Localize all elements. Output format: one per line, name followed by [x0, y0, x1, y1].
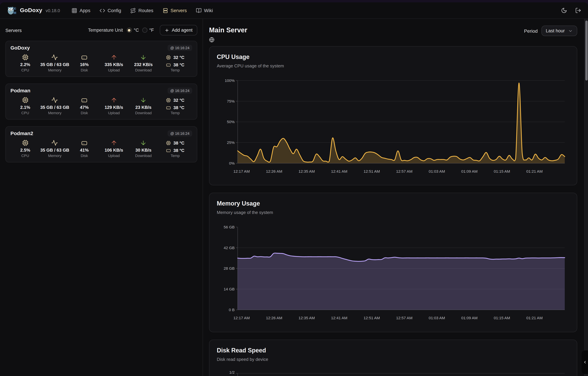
- svg-text:01:03 AM: 01:03 AM: [429, 169, 445, 174]
- arrow-up-icon: [110, 54, 117, 61]
- svg-text:50%: 50%: [227, 120, 235, 124]
- main-panel: Main Server Period Last hour: [203, 19, 588, 376]
- brand-name: GoDoxy: [20, 7, 42, 14]
- chart-subtitle: Average CPU usage of the system: [217, 63, 569, 69]
- server-card-list: GoDoxy @ 16:16:24 2.2% CPU 35 GB: [0, 41, 203, 162]
- cpu-chip-icon: [166, 140, 171, 145]
- hard-drive-icon: [166, 105, 171, 110]
- upload-stat: 129 KB/s Upload: [99, 97, 129, 115]
- server-name: GoDoxy: [11, 44, 30, 51]
- chart-title: Memory Usage: [217, 200, 569, 208]
- cpu-stat: 2.2% CPU: [11, 54, 40, 73]
- disk-read-speed-card: Disk Read Speed Disk read speed by devic…: [209, 340, 577, 376]
- hard-drive-icon: [81, 139, 88, 146]
- activity-icon: [51, 54, 58, 61]
- server-card-podman[interactable]: Podman @ 16:16:24 2.1% CPU 35 GB: [5, 84, 197, 120]
- nav-item-wiki[interactable]: Wiki: [196, 8, 213, 13]
- scrollbar-thumb[interactable]: [585, 21, 588, 81]
- main-header: Main Server Period Last hour: [209, 26, 577, 42]
- servers-panel-header: Servers Temperature Unit °C °F A: [0, 25, 203, 35]
- nav-item-apps[interactable]: Apps: [72, 8, 90, 13]
- svg-text:12:51 AM: 12:51 AM: [364, 316, 380, 320]
- temp-stat: 32 °C 38 °C Temp: [158, 97, 192, 115]
- disk-stat: 41% Disk: [70, 139, 99, 158]
- add-agent-button[interactable]: Add agent: [160, 25, 197, 35]
- activity-icon: [51, 97, 58, 104]
- timestamp-badge: @ 16:16:24: [168, 130, 192, 136]
- upload-stat: 335 KB/s Upload: [99, 54, 129, 73]
- godoxy-app: GoDoxy v0.18.0 Apps Config: [0, 0, 588, 376]
- period-group: Period Last hour: [524, 26, 577, 36]
- svg-text:12:17 AM: 12:17 AM: [234, 316, 250, 320]
- brand-version: v0.18.0: [46, 8, 60, 13]
- disk-stat: 16% Disk: [70, 54, 99, 73]
- svg-text:01:09 AM: 01:09 AM: [461, 169, 478, 174]
- svg-text:12:17 AM: 12:17 AM: [234, 169, 250, 174]
- server-card-podman2[interactable]: Podman2 @ 16:16:24 2.5% CPU 35 GB: [5, 126, 197, 162]
- brand[interactable]: GoDoxy v0.18.0: [7, 5, 60, 15]
- arrow-down-icon: [140, 97, 147, 104]
- cpu-chip-icon: [22, 54, 29, 61]
- temperature-unit-label: Temperature Unit: [88, 28, 123, 33]
- timestamp-badge: @ 16:16:24: [168, 45, 192, 51]
- arrow-down-icon: [140, 139, 147, 146]
- download-stat: 30 KB/s Download: [129, 139, 158, 158]
- activity-icon: [51, 139, 58, 146]
- memory-usage-card: Memory Usage Memory usage of the system …: [209, 193, 577, 332]
- nav-item-label: Routes: [139, 8, 153, 13]
- page-title: Main Server: [209, 26, 247, 34]
- svg-text:12:41 AM: 12:41 AM: [331, 316, 347, 320]
- collapse-panel-tab[interactable]: [582, 350, 588, 374]
- disk-stat: 47% Disk: [70, 97, 99, 115]
- arrow-up-icon: [110, 97, 117, 104]
- server-name: Podman: [11, 87, 30, 94]
- svg-text:12:35 AM: 12:35 AM: [299, 316, 315, 320]
- servers-panel: Servers Temperature Unit °C °F A: [0, 19, 203, 376]
- radio-icon: [142, 28, 147, 33]
- hard-drive-icon: [81, 54, 88, 61]
- cpu-usage-chart: 0%25%50%75%100%12:17 AM12:26 AM12:35 AM1…: [217, 75, 569, 179]
- server-card-godoxy[interactable]: GoDoxy @ 16:16:24 2.2% CPU 35 GB: [5, 41, 197, 77]
- svg-text:01:03 AM: 01:03 AM: [429, 316, 445, 320]
- hard-drive-icon: [81, 97, 88, 104]
- cpu-chip-icon: [22, 97, 29, 104]
- nav-item-routes[interactable]: Routes: [130, 8, 153, 13]
- svg-text:12:57 AM: 12:57 AM: [396, 316, 413, 320]
- download-stat: 232 KB/s Download: [129, 54, 158, 73]
- server-name: Podman2: [11, 130, 33, 137]
- svg-text:01:09 AM: 01:09 AM: [461, 316, 478, 320]
- chevron-down-icon: [568, 29, 573, 33]
- nav-item-config[interactable]: Config: [99, 8, 121, 13]
- svg-text:12:35 AM: 12:35 AM: [299, 169, 315, 174]
- navbar-actions: [561, 7, 581, 13]
- temp-stat: 38 °C 38 °C Temp: [158, 139, 192, 158]
- chart-title: CPU Usage: [217, 53, 569, 61]
- app-surface: GoDoxy v0.18.0 Apps Config: [0, 2, 588, 376]
- arrow-up-icon: [110, 139, 117, 146]
- radio-icon: [127, 28, 132, 33]
- svg-text:12:41 AM: 12:41 AM: [331, 169, 347, 174]
- timestamp-badge: @ 16:16:24: [168, 88, 192, 94]
- logout-icon[interactable]: [575, 7, 581, 13]
- period-select[interactable]: Last hour: [541, 26, 577, 36]
- godoxy-logo: [7, 5, 17, 15]
- cpu-chip-icon: [166, 55, 171, 60]
- servers-panel-title: Servers: [5, 27, 85, 33]
- unit-celsius-radio[interactable]: °C: [127, 28, 139, 33]
- svg-text:01:15 AM: 01:15 AM: [494, 169, 510, 174]
- unit-fahrenheit-radio[interactable]: °F: [142, 28, 154, 33]
- memory-usage-chart: 0 B14 GB28 GB42 GB56 GB12:17 AM12:26 AM1…: [217, 222, 569, 325]
- svg-text:MB/s: MB/s: [226, 375, 235, 376]
- upload-stat: 106 KB/s Upload: [99, 139, 129, 158]
- globe-icon: [209, 37, 214, 42]
- svg-text:56 GB: 56 GB: [224, 225, 235, 230]
- nav-item-label: Config: [107, 8, 121, 13]
- svg-text:12:51 AM: 12:51 AM: [364, 169, 380, 174]
- nav-item-servers[interactable]: Servers: [162, 8, 187, 13]
- moon-icon[interactable]: [561, 7, 567, 13]
- svg-text:01:21 AM: 01:21 AM: [526, 316, 543, 320]
- grid-icon: [72, 8, 77, 13]
- svg-text:12:57 AM: 12:57 AM: [396, 169, 413, 174]
- cpu-usage-card: CPU Usage Average CPU usage of the syste…: [209, 46, 577, 186]
- memory-stat: 35 GB / 63 GB Memory: [40, 139, 69, 158]
